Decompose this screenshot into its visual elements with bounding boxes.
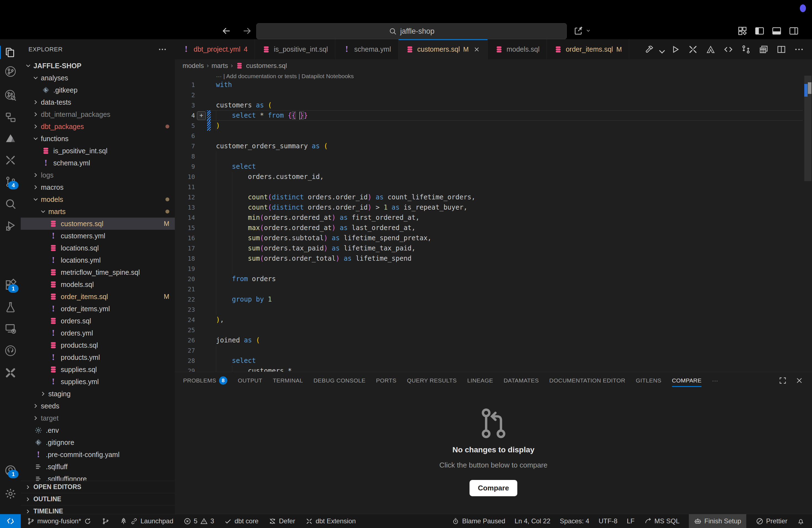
status-item-cursor-position[interactable]: Ln 4, Col 22	[514, 514, 550, 528]
tree-item-products-sql[interactable]: products.sql	[21, 339, 175, 351]
more-actions-icon[interactable]	[158, 45, 167, 54]
more-actions-icon[interactable]	[794, 44, 804, 55]
code-line-18[interactable]: 18 sum(orders.order_total) as lifetime_s…	[175, 253, 812, 264]
status-item-problems[interactable]: 53	[184, 514, 214, 528]
status-item-branch[interactable]: mwong-fusion*	[27, 514, 92, 528]
tree-item-macros[interactable]: macros	[21, 181, 175, 193]
code-line-21[interactable]: 21	[175, 284, 812, 294]
build-hammer-icon[interactable]	[644, 44, 655, 55]
toggle-primary-sidebar-icon[interactable]	[754, 25, 765, 36]
code-line-14[interactable]: 14 min(orders.ordered_at) as first_order…	[175, 212, 812, 223]
breadcrumb-item[interactable]: models	[183, 62, 204, 70]
tree-item-products-yml[interactable]: !products.yml	[21, 351, 175, 363]
status-item-notifications[interactable]	[797, 514, 805, 528]
tree-item-analyses[interactable]: analyses	[21, 72, 175, 84]
status-item-eol[interactable]: LF	[627, 514, 635, 528]
code-line-17[interactable]: 17 sum(orders.tax_paid) as lifetime_tax_…	[175, 243, 812, 253]
activity-item-testing[interactable]	[0, 297, 21, 317]
tree-item-customers-sql[interactable]: customers.sqlM	[21, 218, 175, 230]
activity-item-search[interactable]	[0, 194, 21, 214]
code-line-6[interactable]: 6	[175, 131, 812, 141]
split-editor-icon[interactable]	[776, 44, 787, 55]
editor-tab-is-positive-int-sql[interactable]: is_positive_int.sql	[255, 39, 335, 59]
tree-item-is-positive-int-sql[interactable]: is_positive_int.sql	[21, 145, 175, 157]
code-line-28[interactable]: 28 select	[175, 356, 812, 366]
editor-tab-models-sql[interactable]: models.sql	[488, 39, 547, 59]
code-line-2[interactable]: 2	[175, 90, 812, 100]
tree-item--env[interactable]: .env	[21, 424, 175, 436]
activity-item-settings[interactable]	[0, 484, 21, 504]
status-item-finish-setup[interactable]: Finish Setup	[689, 514, 746, 528]
breadcrumb-item[interactable]: marts	[212, 62, 228, 70]
activity-item-source-control[interactable]: 4	[0, 172, 21, 192]
status-item-blame[interactable]: Blame Paused	[452, 514, 505, 528]
code-line-19[interactable]: 19	[175, 264, 812, 274]
status-item-defer[interactable]: Defer	[269, 514, 295, 528]
code-line-24[interactable]: 24),	[175, 315, 812, 325]
compare-button[interactable]: Compare	[469, 480, 517, 496]
editor-tab-dbt-project-yml[interactable]: !dbt_project.yml4	[175, 39, 255, 59]
toggle-secondary-sidebar-icon[interactable]	[788, 25, 799, 36]
tree-item-dbt-packages[interactable]: dbt_packages	[21, 120, 175, 133]
tree-item-orders-sql[interactable]: orders.sql	[21, 315, 175, 327]
tree-item-supplies-sql[interactable]: supplies.sql	[21, 363, 175, 376]
customize-layout-icon[interactable]	[737, 25, 748, 36]
code-line-8[interactable]: 8	[175, 151, 812, 162]
compare-changes-icon[interactable]	[741, 44, 751, 55]
code-line-9[interactable]: 9 select	[175, 162, 812, 172]
tree-item-models[interactable]: models	[21, 193, 175, 205]
chevron-down-icon[interactable]	[657, 46, 663, 53]
panel-tab-query-results[interactable]: QUERY RESULTS	[407, 372, 456, 389]
breadcrumb[interactable]: models›marts›customers.sql	[175, 59, 812, 72]
panel-tab--[interactable]: ···	[712, 372, 718, 389]
toggle-panel-icon[interactable]	[771, 25, 782, 36]
tree-item-models-sql[interactable]: models.sql	[21, 278, 175, 291]
run-icon[interactable]	[670, 44, 681, 55]
activity-item-datapilot[interactable]	[0, 363, 21, 383]
panel-tab-problems[interactable]: PROBLEMS8	[183, 372, 227, 389]
code-line-25[interactable]: 25	[175, 325, 812, 335]
tree-item--gitkeep[interactable]: .gitkeep	[21, 84, 175, 96]
activity-item-explorer[interactable]	[0, 43, 21, 62]
status-item-dbt-extension[interactable]: dbt Extension	[305, 514, 356, 528]
editor-tab-order-items-sql[interactable]: order_items.sqlM	[547, 39, 629, 59]
tree-item-locations-sql[interactable]: locations.sql	[21, 242, 175, 254]
code-line-7[interactable]: 7customer_orders_summary as (	[175, 141, 812, 151]
panel-tab-output[interactable]: OUTPUT	[238, 372, 262, 389]
status-item-dbt-core[interactable]: dbt core	[224, 514, 259, 528]
tree-item-order-items-yml[interactable]: !order_items.yml	[21, 303, 175, 315]
tree-item-orders-yml[interactable]: !orders.yml	[21, 327, 175, 339]
activity-item-source-control-search[interactable]	[0, 85, 21, 105]
status-item-pipeline[interactable]	[102, 514, 110, 528]
panel-tab-ports[interactable]: PORTS	[376, 372, 396, 389]
share-button[interactable]	[574, 25, 591, 36]
status-item-indentation[interactable]: Spaces: 4	[560, 514, 590, 528]
panel-tab-datamates[interactable]: DATAMATES	[504, 372, 539, 389]
code-line-10[interactable]: 10 orders.customer_id,	[175, 172, 812, 182]
activity-item-run-and-debug[interactable]	[0, 216, 21, 236]
status-item-language-mode[interactable]: MS SQL	[644, 514, 680, 528]
back-arrow-icon[interactable]	[221, 25, 232, 36]
tree-item-locations-yml[interactable]: !locations.yml	[21, 254, 175, 266]
editor-tab-schema-yml[interactable]: !schema.yml	[335, 39, 398, 59]
panel-tab-terminal[interactable]: TERMINAL	[273, 372, 303, 389]
activity-item-github[interactable]	[0, 341, 21, 361]
tree-item-functions[interactable]: functions	[21, 133, 175, 145]
code-line-22[interactable]: 22 group by 1	[175, 294, 812, 305]
tree-item-seeds[interactable]: seeds	[21, 400, 175, 412]
activity-item-schema-viewer[interactable]	[0, 107, 21, 127]
maximize-panel-icon[interactable]	[778, 376, 787, 385]
tree-item--pre-commit-config-yaml[interactable]: !.pre-commit-config.yaml	[21, 449, 175, 460]
activity-item-dbt-logo[interactable]	[0, 128, 21, 148]
tree-item-schema-yml[interactable]: !schema.yml	[21, 157, 175, 169]
tree-item-supplies-yml[interactable]: !supplies.yml	[21, 376, 175, 388]
section-header-outline[interactable]: OUTLINE	[21, 493, 175, 505]
panel-tab-lineage[interactable]: LINEAGE	[467, 372, 493, 389]
dbt-power-user-icon[interactable]	[688, 44, 698, 55]
code-line-26[interactable]: 26joined as (	[175, 335, 812, 346]
code-line-13[interactable]: 13 count(distinct orders.order_id) > 1 a…	[175, 202, 812, 212]
tree-item-target[interactable]: target	[21, 412, 175, 424]
tree-item--gitignore[interactable]: .gitignore	[21, 436, 175, 449]
code-line-5[interactable]: 5)	[175, 121, 812, 131]
tree-item--sqlfluff[interactable]: .sqlfluff	[21, 460, 175, 473]
